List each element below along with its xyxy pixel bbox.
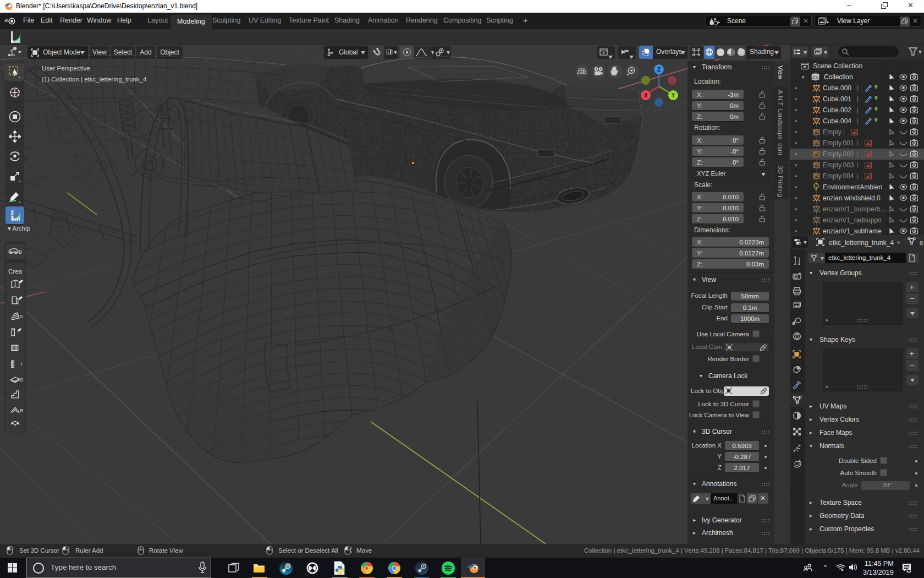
- svg-text:User Perspective: User Perspective: [42, 65, 90, 72]
- svg-text:Z: Z: [657, 67, 661, 73]
- svg-text:(1) Collection | etkc_letterin: (1) Collection | etkc_lettering_trunk_4: [42, 76, 147, 83]
- svg-text:Y: Y: [672, 92, 675, 99]
- svg-text:B: B: [19, 249, 22, 255]
- svg-text:X: X: [644, 92, 648, 99]
